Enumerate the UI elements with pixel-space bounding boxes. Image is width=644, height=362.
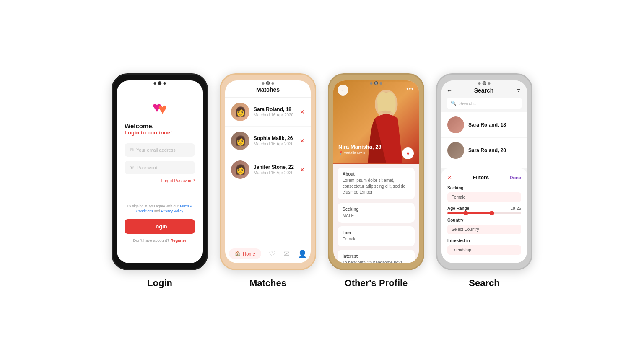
login-label: Login bbox=[147, 278, 172, 289]
avatar-face-2: 👩 bbox=[231, 132, 249, 150]
match-date-2: Matched 16 Apr 2020 bbox=[254, 142, 296, 146]
profile-name-overlay: Nira Manisha, 23 📍 Vadalia NYC bbox=[338, 144, 382, 155]
age-slider-fill bbox=[447, 212, 492, 214]
age-slider-track[interactable] bbox=[447, 212, 521, 214]
iam-value: Female bbox=[343, 236, 410, 242]
profile-details: About Lorem ipsum dolor sit amet, consec… bbox=[333, 164, 419, 263]
profile-heart-button[interactable]: ♥ bbox=[402, 147, 414, 159]
country-filter-label: Country bbox=[447, 218, 521, 222]
search-label: Search bbox=[469, 278, 499, 289]
search-results: Sara Roland, 18 Sara Roland, 20 Sara Rol… bbox=[441, 112, 527, 168]
profile-dots[interactable]: ••• bbox=[406, 85, 414, 92]
search-phone-container: ← Search 🔍 Search... bbox=[436, 73, 532, 289]
search-avatar-1 bbox=[447, 116, 464, 133]
nav-heart-icon[interactable]: ♡ bbox=[269, 249, 275, 259]
notch-dot-7 bbox=[478, 82, 481, 85]
about-card: About Lorem ipsum dolor sit amet, consec… bbox=[338, 168, 415, 199]
match-item-1[interactable]: 👩 Sara Roland, 18 Matched 16 Apr 2020 ✕ bbox=[225, 98, 311, 127]
login-button[interactable]: Login bbox=[125, 219, 195, 234]
interested-filter-value[interactable]: Friendship bbox=[447, 245, 521, 255]
profile-phone-container: ← ••• Nira Manisha, 23 📍 Vadalia NYC ♥ bbox=[328, 73, 424, 289]
terms-text: By signing in, you agree with our Terms … bbox=[125, 204, 195, 214]
profile-location: 📍 Vadalia NYC bbox=[338, 151, 382, 155]
match-remove-1[interactable]: ✕ bbox=[300, 109, 305, 115]
search-result-name-2: Sara Roland, 20 bbox=[468, 147, 506, 153]
search-filter-button[interactable] bbox=[515, 86, 522, 94]
profile-label: Other's Profile bbox=[345, 278, 408, 289]
search-result-1[interactable]: Sara Roland, 18 bbox=[441, 112, 527, 137]
password-field[interactable]: 👁 Password bbox=[125, 161, 195, 174]
welcome-section: Welcome, Login to continue! bbox=[125, 122, 172, 142]
profile-back-button[interactable]: ← bbox=[338, 85, 348, 96]
email-field[interactable]: ✉ Your email address bbox=[125, 143, 195, 157]
home-icon: 🏠 bbox=[235, 251, 241, 256]
profile-photo-area: ← ••• Nira Manisha, 23 📍 Vadalia NYC ♥ bbox=[333, 80, 419, 164]
interest-value: To hangout with handsome boys bbox=[343, 260, 410, 263]
seeking-card: Seeking MALE bbox=[338, 203, 415, 223]
forgot-password-link[interactable]: Forgot Password? bbox=[161, 178, 195, 183]
notch-dot-8 bbox=[488, 82, 491, 85]
match-info-3: Jenifer Stone, 22 Matched 16 Apr 2020 bbox=[254, 164, 296, 175]
search-avatar-2 bbox=[447, 142, 464, 159]
iam-card: I am Female bbox=[338, 226, 415, 246]
privacy-link[interactable]: Privacy Policy bbox=[161, 209, 183, 213]
match-remove-3[interactable]: ✕ bbox=[300, 166, 305, 173]
no-account-text: Don't have account? bbox=[133, 238, 169, 243]
match-item-3[interactable]: 👩 Jenifer Stone, 22 Matched 16 Apr 2020 … bbox=[225, 155, 311, 184]
profile-name: Nira Manisha, 23 bbox=[338, 144, 382, 150]
register-section: Don't have account? Register bbox=[133, 238, 187, 243]
match-name-3: Jenifer Stone, 22 bbox=[254, 164, 296, 170]
register-link[interactable]: Register bbox=[170, 238, 186, 243]
seeking-filter-value[interactable]: Female bbox=[447, 192, 521, 202]
nav-profile-icon[interactable]: 👤 bbox=[298, 249, 307, 259]
match-remove-2[interactable]: ✕ bbox=[300, 137, 305, 144]
search-result-2[interactable]: Sara Roland, 20 bbox=[441, 138, 527, 163]
nav-home-button[interactable]: 🏠 Home bbox=[229, 248, 261, 259]
notch-bar-4 bbox=[478, 81, 491, 85]
filters-done-button[interactable]: Done bbox=[510, 175, 522, 180]
match-name-1: Sara Roland, 18 bbox=[254, 106, 296, 112]
interest-card: Interest To hangout with handsome boys bbox=[338, 250, 415, 263]
notch-dot-2 bbox=[164, 82, 166, 85]
search-result-3[interactable]: Sara Roland, 25 bbox=[441, 163, 527, 168]
notch-dot-1 bbox=[154, 82, 156, 85]
search-placeholder: Search... bbox=[459, 101, 478, 106]
location-text: Vadalia NYC bbox=[344, 151, 365, 155]
email-icon: ✉ bbox=[130, 147, 134, 153]
profile-screen: ← ••• Nira Manisha, 23 📍 Vadalia NYC ♥ bbox=[333, 80, 419, 263]
avatar-face-3: 👩 bbox=[231, 160, 249, 179]
email-placeholder: Your email address bbox=[136, 147, 176, 153]
age-slider-thumb-right[interactable] bbox=[489, 211, 494, 215]
match-item-2[interactable]: 👩 Sophia Malik, 26 Matched 16 Apr 2020 ✕ bbox=[225, 127, 311, 155]
filters-close-button[interactable]: ✕ bbox=[447, 174, 452, 181]
search-phone: ← Search 🔍 Search... bbox=[436, 73, 532, 270]
match-date-3: Matched 16 Apr 2020 bbox=[254, 171, 296, 175]
interest-label: Interest bbox=[343, 254, 410, 259]
search-result-name-1: Sara Roland, 18 bbox=[468, 122, 506, 128]
country-filter-value[interactable]: Select Country bbox=[447, 225, 521, 234]
notch-dot-6 bbox=[380, 82, 382, 85]
notch-camera-4 bbox=[483, 81, 486, 85]
seeking-filter-label: Seeking bbox=[447, 186, 521, 190]
search-back-button[interactable]: ← bbox=[447, 87, 452, 94]
home-label: Home bbox=[243, 251, 255, 256]
welcome-text: Welcome, bbox=[125, 122, 172, 129]
match-info-1: Sara Roland, 18 Matched 16 Apr 2020 bbox=[254, 106, 296, 117]
avatar-face-1: 👩 bbox=[231, 103, 249, 121]
password-placeholder: Password bbox=[137, 165, 157, 170]
search-input[interactable]: 🔍 Search... bbox=[447, 98, 522, 109]
match-name-2: Sophia Malik, 26 bbox=[254, 135, 296, 141]
age-range-value: 18-25 bbox=[510, 206, 521, 211]
filter-icon-svg bbox=[515, 86, 522, 93]
age-slider-thumb-left[interactable] bbox=[464, 211, 468, 215]
about-text: Lorem ipsum dolor sit amet, consectetur … bbox=[343, 178, 410, 195]
match-info-2: Sophia Malik, 26 Matched 16 Apr 2020 bbox=[254, 135, 296, 146]
age-range-row: Age Range 18-25 bbox=[447, 206, 521, 211]
matches-label: Matches bbox=[249, 278, 286, 289]
notch-camera-3 bbox=[374, 81, 378, 85]
matches-phone: Matches 👩 Sara Roland, 18 Matched 16 Apr… bbox=[220, 73, 316, 270]
login-phone-container: ♥ ♥ Welcome, Login to continue! ✉ Your e… bbox=[112, 73, 208, 289]
nav-message-icon[interactable]: ✉ bbox=[283, 249, 290, 259]
matches-phone-container: Matches 👩 Sara Roland, 18 Matched 16 Apr… bbox=[220, 73, 316, 289]
notch-camera-2 bbox=[266, 81, 270, 85]
